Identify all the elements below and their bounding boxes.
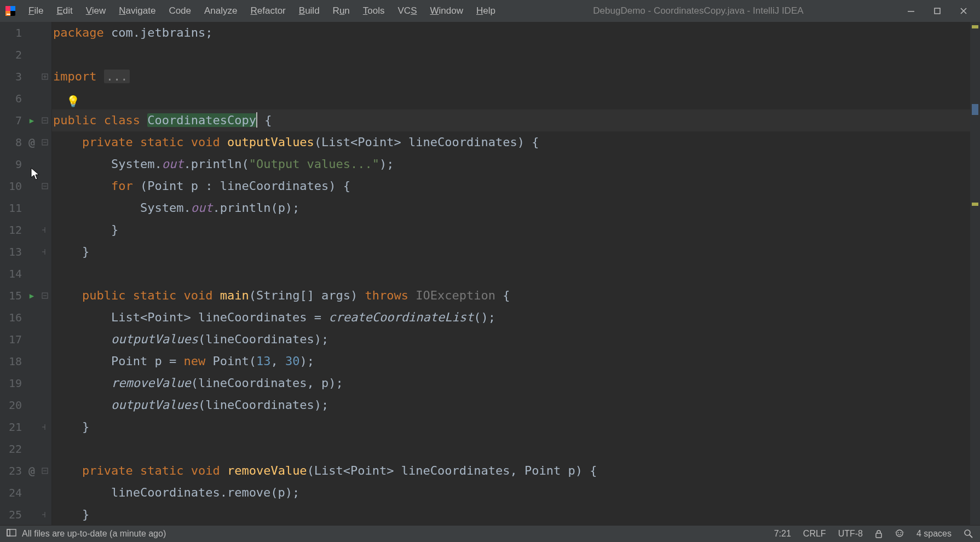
line-number[interactable]: 2 — [0, 44, 24, 66]
menu-vcs[interactable]: VCS — [391, 3, 424, 19]
code-line[interactable]: } — [52, 504, 980, 526]
menu-tools[interactable]: Tools — [356, 3, 391, 19]
file-encoding[interactable]: UTF-8 — [838, 529, 863, 539]
menu-build[interactable]: Build — [292, 3, 326, 19]
fold-collapse-icon[interactable] — [39, 117, 50, 124]
svg-rect-1 — [5, 6, 10, 11]
window-controls — [906, 5, 969, 16]
editor-error-stripe[interactable] — [970, 22, 980, 526]
code-line[interactable]: } — [52, 241, 980, 263]
svg-rect-2 — [10, 6, 15, 11]
line-number[interactable]: 1 — [0, 22, 24, 44]
line-number[interactable]: 6 — [0, 88, 24, 109]
code-line[interactable]: outputValues(lineCoordinates); — [52, 328, 980, 350]
svg-point-18 — [900, 532, 901, 533]
line-number[interactable]: 16 — [0, 307, 24, 328]
code-line[interactable]: List<Point> lineCoordinates = createCoor… — [52, 307, 980, 328]
code-line[interactable]: lineCoordinates.remove(p); — [52, 482, 980, 504]
line-number[interactable]: 12 — [0, 219, 24, 241]
code-line[interactable]: public class CoordinatesCopy { — [52, 109, 980, 131]
menu-edit[interactable]: Edit — [50, 3, 79, 19]
code-line[interactable]: System.out.println(p); — [52, 197, 980, 219]
stripe-marker-warning[interactable] — [972, 25, 978, 28]
menu-file[interactable]: File — [22, 3, 50, 19]
svg-rect-15 — [876, 533, 881, 538]
line-number[interactable]: 10 — [0, 175, 24, 197]
code-line[interactable]: } — [52, 416, 980, 438]
line-number[interactable]: 15 — [0, 285, 24, 307]
line-number[interactable]: 23 — [0, 460, 24, 482]
stripe-marker-warning[interactable] — [972, 203, 978, 206]
annotation-icon[interactable]: @ — [28, 131, 35, 153]
close-button[interactable] — [958, 5, 969, 16]
line-number[interactable]: 9 — [0, 153, 24, 175]
fold-collapse-icon[interactable] — [39, 468, 50, 474]
code-line[interactable] — [52, 88, 980, 109]
code-line[interactable]: private static void outputValues(List<Po… — [52, 131, 980, 153]
window-title: DebugDemo - CoordinatesCopy.java - Intel… — [593, 5, 803, 16]
line-number[interactable]: 18 — [0, 350, 24, 372]
minimize-button[interactable] — [906, 5, 916, 16]
maximize-button[interactable] — [932, 5, 943, 16]
tool-windows-icon[interactable] — [7, 529, 16, 539]
stripe-marker-info[interactable] — [972, 104, 978, 115]
fold-collapse-icon[interactable] — [39, 139, 50, 146]
code-line[interactable]: } — [52, 219, 980, 241]
indent-settings[interactable]: 4 spaces — [916, 529, 952, 539]
line-number[interactable]: 8 — [0, 131, 24, 153]
fold-end-icon[interactable] — [39, 511, 50, 518]
line-number[interactable]: 22 — [0, 438, 24, 460]
code-line[interactable]: public static void main(String[] args) t… — [52, 285, 980, 307]
menu-help[interactable]: Help — [470, 3, 502, 19]
caret-position[interactable]: 7:21 — [774, 529, 791, 539]
menu-refactor[interactable]: Refactor — [244, 3, 292, 19]
run-main-icon[interactable]: ▶ — [30, 285, 34, 307]
code-line[interactable]: private static void removeValue(List<Poi… — [52, 460, 980, 482]
fold-end-icon[interactable] — [39, 424, 50, 430]
editor: 1 2 3 6 7▶ 8@ 9 10 11 12 13 14 15▶ 16 17… — [0, 22, 980, 526]
line-number[interactable]: 7 — [0, 109, 24, 131]
run-class-icon[interactable]: ▶ — [30, 109, 34, 131]
code-line[interactable]: package com.jetbrains; — [52, 22, 980, 44]
code-line[interactable] — [52, 44, 980, 66]
inspections-widget-icon[interactable] — [964, 529, 973, 539]
menu-navigate[interactable]: Navigate — [112, 3, 162, 19]
line-number[interactable]: 21 — [0, 416, 24, 438]
code-line[interactable] — [52, 438, 980, 460]
line-number[interactable]: 19 — [0, 372, 24, 394]
svg-rect-6 — [935, 8, 940, 14]
fold-end-icon[interactable] — [39, 227, 50, 233]
code-line[interactable]: for (Point p : lineCoordinates) { — [52, 175, 980, 197]
menu-analyze[interactable]: Analyze — [198, 3, 244, 19]
line-number[interactable]: 20 — [0, 394, 24, 416]
fold-collapse-icon[interactable] — [39, 292, 50, 299]
editor-gutter[interactable]: 1 2 3 6 7▶ 8@ 9 10 11 12 13 14 15▶ 16 17… — [0, 22, 52, 526]
code-line[interactable] — [52, 263, 980, 285]
fold-end-icon[interactable] — [39, 249, 50, 255]
menu-run[interactable]: Run — [326, 3, 356, 19]
code-line[interactable]: import ... — [52, 66, 980, 88]
readonly-toggle-icon[interactable] — [875, 529, 883, 538]
code-line[interactable]: removeValue(lineCoordinates, p); — [52, 372, 980, 394]
main-menu: File Edit View Navigate Code Analyze Ref… — [22, 3, 502, 19]
line-number[interactable]: 24 — [0, 482, 24, 504]
menu-view[interactable]: View — [79, 3, 113, 19]
ide-features-trainer-icon[interactable] — [895, 529, 904, 538]
code-line[interactable]: Point p = new Point(13, 30); — [52, 350, 980, 372]
line-number[interactable]: 3 — [0, 66, 24, 88]
code-line[interactable]: System.out.println("Output values..."); — [52, 153, 980, 175]
line-number[interactable]: 11 — [0, 197, 24, 219]
line-number[interactable]: 17 — [0, 328, 24, 350]
line-number[interactable]: 25 — [0, 504, 24, 526]
fold-expand-icon[interactable] — [39, 73, 50, 80]
code-line[interactable]: outputValues(lineCoordinates); — [52, 394, 980, 416]
fold-collapse-icon[interactable] — [39, 183, 50, 189]
line-separator[interactable]: CRLF — [803, 529, 826, 539]
line-number[interactable]: 14 — [0, 263, 24, 285]
annotation-icon[interactable]: @ — [28, 460, 35, 482]
line-number[interactable]: 13 — [0, 241, 24, 263]
intention-bulb-icon[interactable]: 💡 — [66, 90, 80, 112]
menu-code[interactable]: Code — [162, 3, 198, 19]
menu-window[interactable]: Window — [423, 3, 469, 19]
code-editor[interactable]: 💡 package com.jetbrains; import ... publ… — [52, 22, 980, 526]
